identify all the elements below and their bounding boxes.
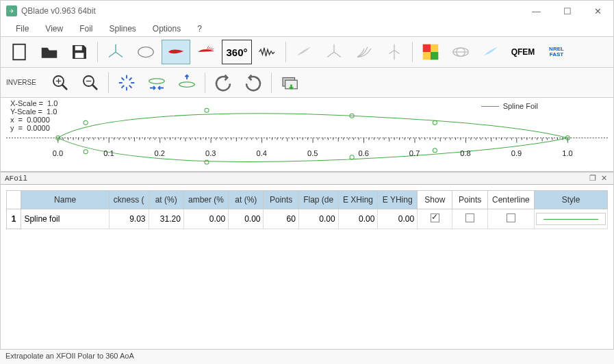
airfoil-filled-button[interactable] [162, 40, 190, 64]
airfoil-outline-button[interactable] [131, 40, 160, 64]
col-at2[interactable]: at (%) [229, 191, 264, 209]
svg-point-141 [433, 120, 437, 125]
nrel-fast-button[interactable]: NRELFAST [541, 40, 572, 64]
undo-button[interactable] [209, 70, 238, 95]
cell-points[interactable]: 60 [264, 209, 298, 229]
table-header-row: Name ckness ( at (%) amber (% at (%) Poi… [7, 191, 608, 209]
svg-text:0.0: 0.0 [53, 149, 63, 157]
blade-blue-button[interactable] [476, 40, 505, 64]
col-style[interactable]: Style [534, 191, 607, 209]
afoil-panel: AFoil ❐ ✕ Name ckness ( at (%) amber (% … [1, 172, 613, 328]
menu-file[interactable]: File [9, 23, 36, 35]
cell-at1[interactable]: 31.20 [149, 209, 183, 229]
arrows-in-button[interactable] [112, 70, 141, 95]
table-row[interactable]: 1 Spline foil 9.03 31.20 0.00 0.00 60 0.… [7, 209, 608, 229]
rotor-button[interactable] [101, 40, 130, 64]
col-rownum[interactable] [7, 191, 21, 209]
cell-camber[interactable]: 0.00 [183, 209, 228, 229]
inverse-label: INVERSE [5, 79, 44, 86]
menu-foil[interactable]: Foil [73, 23, 99, 35]
col-show[interactable]: Show [418, 191, 452, 209]
svg-text:0.1: 0.1 [103, 149, 114, 157]
curves-button[interactable] [350, 40, 379, 64]
maximize-button[interactable]: ☐ [552, 1, 583, 21]
col-exh[interactable]: E XHing [338, 191, 378, 209]
svg-rect-19 [423, 44, 431, 52]
plot-area[interactable]: X-Scale = 1.0 Y-Scale = 1.0 x = 0.0000 y… [1, 98, 613, 172]
col-centerline[interactable]: Centerline [487, 191, 534, 209]
zoom-out-button[interactable] [76, 70, 105, 95]
cell-name[interactable]: Spline foil [21, 209, 109, 229]
titlebar: ✈ QBlade v0.963 64bit — ☐ ✕ [1, 1, 613, 21]
cell-centerline[interactable] [487, 209, 534, 229]
blade-gray-button[interactable] [290, 40, 318, 64]
svg-point-143 [84, 150, 88, 154]
store-foil-button[interactable] [275, 70, 304, 95]
col-points-chk[interactable]: Points [452, 191, 487, 209]
secondary-toolbar: INVERSE [1, 68, 613, 98]
checkbox-centerline-icon[interactable] [507, 213, 515, 222]
svg-point-146 [433, 148, 437, 153]
360-deg-button[interactable]: 360° [222, 40, 252, 64]
mesh-ellipse-button[interactable] [446, 40, 475, 64]
checkbox-points-icon[interactable] [465, 213, 474, 222]
new-file-button[interactable] [5, 40, 34, 64]
cell-at2[interactable]: 0.00 [229, 209, 264, 229]
menu-view[interactable]: View [38, 23, 70, 35]
checkbox-show-icon[interactable] [431, 213, 439, 222]
col-camber[interactable]: amber (% [183, 191, 228, 209]
app-icon: ✈ [6, 5, 17, 16]
cell-eyh[interactable]: 0.00 [378, 209, 418, 229]
turbulence-button[interactable] [253, 40, 282, 64]
expand-v-button[interactable] [172, 70, 201, 95]
menu-options[interactable]: Options [146, 23, 188, 35]
zoom-in-button[interactable] [46, 70, 75, 95]
close-button[interactable]: ✕ [583, 1, 613, 21]
plot-svg: 0.00.10.20.30.40.50.60.70.80.91.0 [6, 98, 608, 172]
panel-title-text: AFoil [5, 174, 587, 183]
panel-close-icon[interactable]: ✕ [598, 174, 609, 183]
style-preview [536, 213, 606, 225]
svg-line-25 [62, 84, 68, 90]
minimize-button[interactable]: — [521, 1, 552, 21]
status-text: Extrapolate an XFOIl Polar to 360 AoA [5, 352, 134, 360]
svg-line-4 [109, 52, 116, 57]
svg-text:0.5: 0.5 [307, 149, 318, 157]
svg-rect-20 [431, 52, 438, 60]
open-file-button[interactable] [35, 40, 64, 64]
streamlines-button[interactable] [192, 40, 220, 64]
col-name[interactable]: Name [21, 191, 109, 209]
svg-text:0.4: 0.4 [257, 149, 267, 157]
save-button[interactable] [65, 40, 94, 64]
cell-flap[interactable]: 0.00 [298, 209, 338, 229]
cell-style[interactable] [534, 209, 607, 229]
rotor-gray-button[interactable] [320, 40, 348, 64]
svg-line-13 [334, 52, 341, 57]
svg-point-31 [149, 78, 165, 83]
qfem-button[interactable]: QFEM [507, 40, 539, 64]
menu-splines[interactable]: Splines [102, 23, 142, 35]
col-flap[interactable]: Flap (de [298, 191, 338, 209]
col-at1[interactable]: at (%) [149, 191, 183, 209]
cell-thickness[interactable]: 9.03 [109, 209, 149, 229]
col-eyh[interactable]: E YHing [378, 191, 418, 209]
col-points[interactable]: Points [264, 191, 298, 209]
cell-show[interactable] [418, 209, 452, 229]
cell-points-chk[interactable] [452, 209, 487, 229]
panel-titlebar[interactable]: AFoil ❐ ✕ [1, 172, 613, 185]
redo-button[interactable] [239, 70, 268, 95]
col-thickness[interactable]: ckness ( [109, 191, 149, 209]
windturbine-button[interactable] [380, 40, 409, 64]
menu-help[interactable]: ? [190, 23, 209, 35]
heatmap-button[interactable] [416, 40, 445, 64]
svg-line-17 [394, 51, 400, 54]
svg-rect-2 [75, 53, 84, 58]
cell-exh[interactable]: 0.00 [338, 209, 378, 229]
svg-point-32 [179, 81, 195, 87]
panel-undock-icon[interactable]: ❐ [587, 174, 598, 183]
svg-text:0.3: 0.3 [205, 149, 216, 157]
compress-h-button[interactable] [142, 70, 171, 95]
window-title: QBlade v0.963 64bit [21, 6, 521, 16]
svg-point-145 [350, 155, 354, 159]
svg-point-6 [138, 47, 154, 57]
